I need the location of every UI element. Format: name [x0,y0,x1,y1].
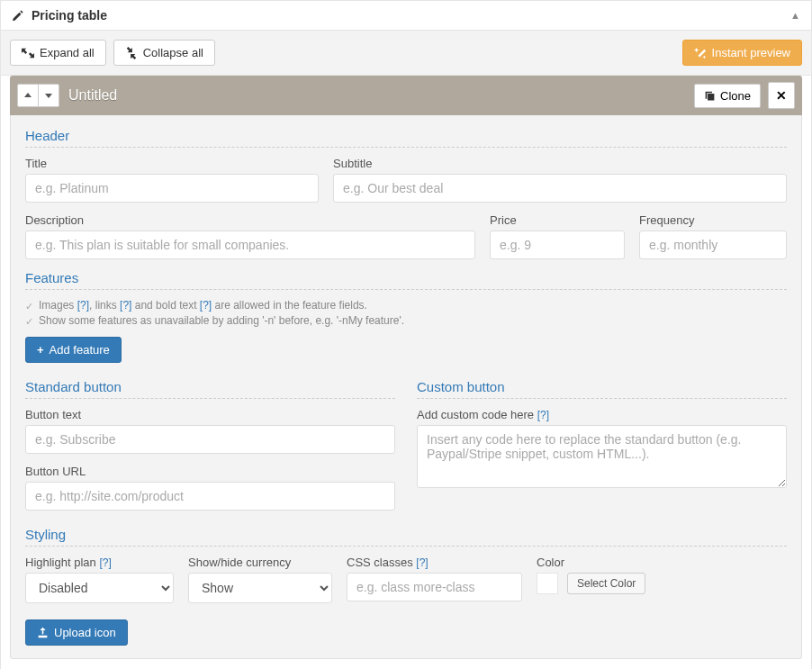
add-feature-label: Add feature [50,343,110,357]
price-input[interactable] [490,231,625,259]
help-custom-code[interactable]: [?] [537,409,549,421]
frequency-input[interactable] [639,231,787,259]
check-icon: ✓ [25,301,33,312]
upload-icon-button[interactable]: Upload icon [25,619,128,646]
divider [25,546,787,547]
upload-icon-label: Upload icon [54,626,116,639]
section-header: Header [25,128,787,143]
button-text-label: Button text [25,408,395,421]
upload-icon [37,627,49,638]
subtitle-input[interactable] [333,174,787,203]
custom-code-textarea[interactable] [417,425,787,488]
collapse-icon [125,47,138,59]
highlight-select[interactable]: Disabled [25,573,174,603]
css-classes-input[interactable] [347,573,522,601]
plan-panel: Untitled Clone ✕ Header Title Subtitle [10,76,802,659]
instant-preview-button[interactable]: Instant preview [682,40,802,66]
section-custom-button: Custom button [417,379,787,394]
divider [25,289,787,290]
section-styling: Styling [25,527,787,542]
help-bold[interactable]: [?] [200,299,212,312]
plus-icon: + [37,343,44,357]
select-color-button[interactable]: Select Color [567,573,645,594]
price-label: Price [490,213,625,227]
pricing-table-panel: Pricing table ▲ Expand all Collapse all … [0,0,812,669]
collapse-caret-icon[interactable]: ▲ [790,10,800,21]
chevron-down-icon [44,91,53,100]
check-icon: ✓ [25,316,33,328]
showhide-select[interactable]: Show [188,573,332,603]
button-url-label: Button URL [25,465,395,478]
section-features: Features [25,270,787,285]
plan-title: Untitled [63,87,690,104]
plan-header: Untitled Clone ✕ [10,76,802,115]
remove-plan-button[interactable]: ✕ [768,82,795,109]
expand-icon [22,47,34,59]
feature-hints: ✓ Images [?], links [?] and bold text [?… [25,299,787,328]
divider [417,398,787,399]
panel-title: Pricing table [32,8,790,23]
clone-button[interactable]: Clone [694,84,761,108]
collapse-all-button[interactable]: Collapse all [113,40,215,66]
expand-all-button[interactable]: Expand all [10,40,106,66]
description-label: Description [25,213,475,227]
subtitle-label: Subtitle [333,157,787,170]
magic-wand-icon [694,47,707,59]
move-up-button[interactable] [17,84,39,107]
move-down-button[interactable] [38,84,59,107]
title-input[interactable] [25,174,319,203]
button-text-input[interactable] [25,425,395,454]
highlight-label: Highlight plan [?] [25,556,174,569]
clone-icon [704,90,716,102]
help-links[interactable]: [?] [120,299,131,312]
showhide-label: Show/hide currency [188,556,332,569]
title-label: Title [25,157,319,170]
add-feature-button[interactable]: + Add feature [25,337,122,363]
panel-header: Pricing table ▲ [1,1,811,31]
color-label: Color [537,556,787,569]
description-input[interactable] [25,231,475,259]
collapse-all-label: Collapse all [143,46,203,59]
help-css[interactable]: [?] [416,556,428,569]
chevron-up-icon [23,91,32,100]
section-standard-button: Standard button [25,379,395,394]
clone-label: Clone [720,89,751,103]
instant-preview-label: Instant preview [712,46,790,59]
css-label: CSS classes [?] [347,556,522,569]
button-url-input[interactable] [25,482,395,511]
help-highlight[interactable]: [?] [99,556,111,569]
expand-all-label: Expand all [40,46,95,59]
frequency-label: Frequency [639,213,787,227]
plan-body: Header Title Subtitle Description Pr [10,115,802,659]
color-swatch [537,573,558,594]
divider [25,147,787,148]
divider [25,398,395,399]
pencil-icon [12,9,24,22]
toolbar: Expand all Collapse all Instant preview [1,31,811,76]
help-images[interactable]: [?] [77,299,89,312]
custom-code-label: Add custom code here [?] [417,408,787,421]
close-icon: ✕ [776,88,787,103]
